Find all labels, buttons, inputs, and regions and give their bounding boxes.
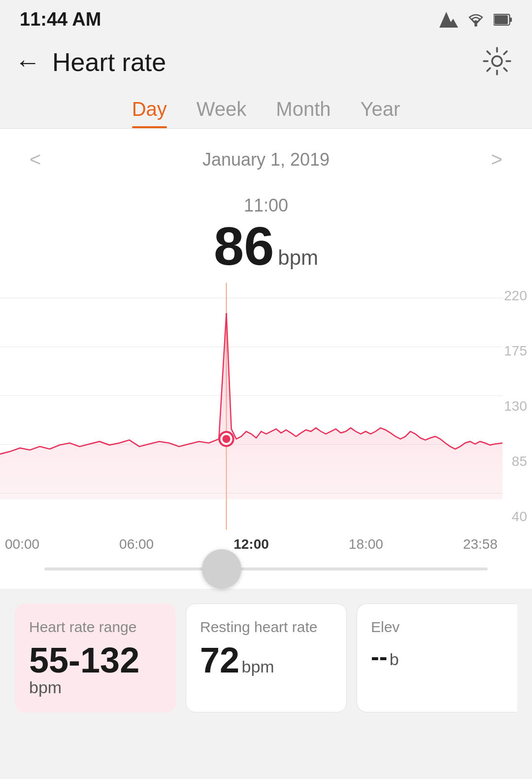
- current-date: January 1, 2019: [202, 149, 330, 170]
- back-button[interactable]: ←: [15, 49, 40, 75]
- bpm-value: 86: [214, 219, 274, 273]
- svg-point-6: [492, 56, 502, 66]
- header-left: ← Heart rate: [15, 47, 166, 77]
- svg-line-12: [504, 68, 507, 71]
- resting-heart-rate-value-row: 72 bpm: [200, 642, 332, 678]
- heart-rate-range-card: Heart rate range 55-132 bpm: [15, 603, 176, 712]
- y-label-40: 40: [504, 509, 527, 525]
- tab-bar: Day Week Month Year: [0, 88, 532, 128]
- svg-line-11: [487, 51, 490, 54]
- scrollbar-track[interactable]: [0, 559, 532, 589]
- elevation-card: Elev -- b: [357, 603, 517, 712]
- signal-icon: [439, 12, 458, 28]
- resting-heart-rate-unit: bpm: [242, 657, 274, 676]
- gear-icon: [482, 46, 512, 76]
- y-label-85: 85: [504, 454, 527, 469]
- bpm-unit: bpm: [278, 246, 318, 270]
- date-nav: < January 1, 2019 >: [0, 129, 532, 190]
- scrollbar-thumb[interactable]: [202, 549, 241, 589]
- bpm-value-row: 86 bpm: [0, 219, 532, 273]
- resting-heart-rate-value: 72: [200, 640, 239, 680]
- heart-rate-range-value-row: 55-132 bpm: [29, 642, 162, 697]
- resting-heart-rate-label: Resting heart rate: [200, 619, 332, 636]
- y-label-220: 220: [504, 288, 527, 304]
- status-time: 11:44 AM: [20, 9, 101, 30]
- y-label-175: 175: [504, 343, 527, 359]
- tab-day[interactable]: Day: [132, 98, 167, 128]
- tab-week[interactable]: Week: [197, 98, 247, 128]
- cards-section: Heart rate range 55-132 bpm Resting hear…: [0, 589, 532, 727]
- status-icons: [439, 12, 512, 28]
- svg-line-13: [504, 51, 507, 54]
- x-label-1800: 18:00: [349, 536, 383, 552]
- header: ← Heart rate: [0, 36, 532, 88]
- chart-svg-wrapper: [0, 283, 502, 530]
- x-label-0000: 00:00: [5, 536, 39, 552]
- settings-button[interactable]: [482, 46, 512, 78]
- heart-rate-chart[interactable]: 220 175 130 85 40: [0, 283, 532, 559]
- heart-rate-range-unit: bpm: [29, 678, 62, 697]
- elevation-value-row: -- b: [371, 642, 503, 671]
- elevation-value: --: [371, 643, 387, 671]
- heart-rate-range-value: 55-132: [29, 640, 139, 680]
- heart-rate-range-label: Heart rate range: [29, 619, 162, 636]
- next-date-button[interactable]: >: [486, 143, 507, 176]
- chart-svg: [0, 283, 502, 530]
- x-label-0600: 06:00: [119, 536, 154, 552]
- resting-heart-rate-card: Resting heart rate 72 bpm: [186, 603, 347, 712]
- svg-point-22: [222, 435, 230, 443]
- elevation-label: Elev: [371, 619, 503, 636]
- svg-rect-5: [510, 17, 512, 22]
- y-axis: 220 175 130 85 40: [504, 283, 527, 530]
- scrollbar-line: [44, 567, 488, 570]
- tab-month[interactable]: Month: [276, 98, 331, 128]
- svg-rect-23: [194, 313, 259, 333]
- x-axis: 00:00 06:00 12:00 18:00 23:58: [0, 530, 502, 559]
- x-label-1200: 12:00: [233, 536, 269, 552]
- svg-point-2: [474, 24, 477, 27]
- x-label-2358: 23:58: [463, 536, 498, 552]
- svg-line-14: [487, 68, 490, 71]
- page-title: Heart rate: [52, 47, 166, 77]
- tab-year[interactable]: Year: [361, 98, 400, 128]
- prev-date-button[interactable]: <: [25, 143, 46, 176]
- battery-icon: [494, 13, 512, 27]
- bpm-time: 11:00: [0, 195, 532, 216]
- wifi-icon: [466, 12, 486, 27]
- y-label-130: 130: [504, 398, 527, 414]
- bpm-section: 11:00 86 bpm: [0, 190, 532, 283]
- svg-rect-4: [495, 15, 508, 24]
- status-bar: 11:44 AM: [0, 0, 532, 36]
- elevation-unit: b: [390, 650, 399, 669]
